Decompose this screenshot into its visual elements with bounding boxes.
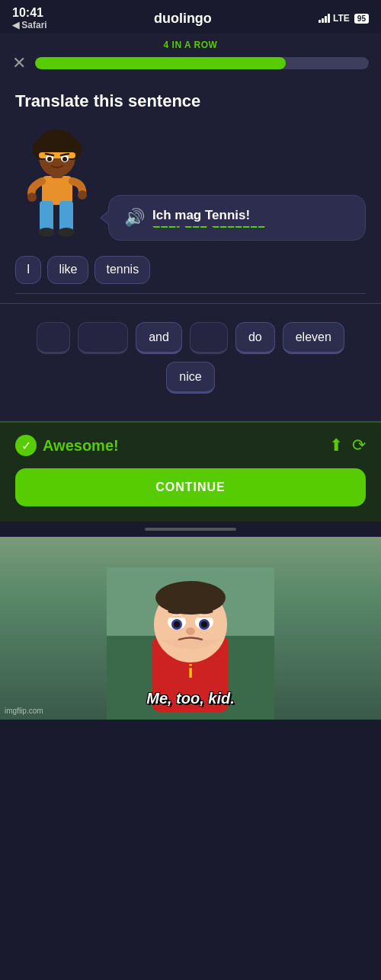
status-bar: 10:41 ◀ Safari duolingo LTE 95 <box>0 0 381 34</box>
bubble-content: Ich mag Tennis! <box>152 208 265 228</box>
meme-area: i imgflip.com Me, too, kid. <box>0 537 381 720</box>
sound-icon[interactable]: 🔊 <box>124 208 145 228</box>
svg-point-23 <box>155 581 226 614</box>
svg-point-28 <box>174 621 180 627</box>
check-circle: ✓ <box>15 435 37 456</box>
underline-2 <box>184 226 207 228</box>
character-area: 🔊 Ich mag Tennis! <box>15 126 366 241</box>
bubble-text: Ich mag Tennis! <box>152 208 265 223</box>
result-icons: ⬆ ⟳ <box>329 436 366 455</box>
svg-point-6 <box>58 228 75 237</box>
svg-point-5 <box>38 228 55 237</box>
main-content: Translate this sentence <box>0 79 381 421</box>
svg-rect-4 <box>59 201 73 231</box>
home-indicator <box>0 522 381 537</box>
underline-3 <box>212 226 265 228</box>
svg-rect-3 <box>40 201 53 231</box>
svg-text:i: i <box>188 661 194 682</box>
answer-area: I like tennis <box>15 256 366 294</box>
answer-chip-i[interactable]: I <box>15 256 41 284</box>
share-icon[interactable]: ⬆ <box>329 436 343 455</box>
svg-rect-12 <box>39 152 75 158</box>
duolingo-title: duolingo <box>154 11 212 27</box>
battery-percent: 95 <box>354 14 369 24</box>
close-button[interactable]: ✕ <box>12 55 26 72</box>
status-time: 10:41 <box>12 6 47 20</box>
home-bar <box>145 528 236 531</box>
progress-bar-fill <box>35 57 286 69</box>
lte-label: LTE <box>333 13 350 24</box>
word-chip-and[interactable]: and <box>136 322 182 354</box>
translate-prompt: Translate this sentence <box>15 91 366 111</box>
character-svg <box>15 126 99 241</box>
result-left: ✓ Awesome! <box>15 435 119 456</box>
word-chip-eleven[interactable]: eleven <box>283 322 344 354</box>
word-chip-used-3 <box>190 322 228 354</box>
separator <box>0 303 381 304</box>
progress-bar-container <box>35 57 369 69</box>
word-chip-nice[interactable]: nice <box>166 362 214 394</box>
word-chip-used-2 <box>78 322 128 354</box>
svg-point-16 <box>62 157 67 161</box>
underline-1 <box>152 226 180 228</box>
answer-chip-tennis[interactable]: tennis <box>94 256 150 284</box>
top-bar: ✕ <box>12 55 369 79</box>
status-right: LTE 95 <box>319 13 369 24</box>
progress-area: 4 IN A ROW ✕ <box>0 34 381 79</box>
bubble-underlines <box>152 226 265 228</box>
svg-point-15 <box>47 157 52 161</box>
continue-button[interactable]: CONTINUE <box>15 468 366 506</box>
status-left: 10:41 ◀ Safari <box>12 6 47 30</box>
svg-point-30 <box>186 627 195 635</box>
svg-point-2 <box>78 190 87 200</box>
awesome-text: Awesome! <box>43 437 119 455</box>
result-area: ✓ Awesome! ⬆ ⟳ CONTINUE <box>0 421 381 522</box>
svg-point-29 <box>201 621 207 627</box>
character-figure <box>15 126 99 241</box>
meme-watermark: imgflip.com <box>5 707 43 715</box>
word-bank: and do eleven nice <box>15 322 366 394</box>
svg-rect-0 <box>42 176 72 205</box>
signal-icon <box>319 14 330 23</box>
flag-icon[interactable]: ⟳ <box>352 436 366 455</box>
answer-chip-like[interactable]: like <box>47 256 88 284</box>
result-header: ✓ Awesome! ⬆ ⟳ <box>15 435 366 456</box>
safari-back[interactable]: ◀ Safari <box>12 20 47 30</box>
streak-label: 4 IN A ROW <box>164 40 218 50</box>
svg-point-1 <box>27 193 37 202</box>
meme-text: Me, too, kid. <box>0 690 381 707</box>
word-chip-do[interactable]: do <box>235 322 275 354</box>
speech-bubble[interactable]: 🔊 Ich mag Tennis! <box>108 195 366 241</box>
word-chip-used-1 <box>37 322 70 354</box>
